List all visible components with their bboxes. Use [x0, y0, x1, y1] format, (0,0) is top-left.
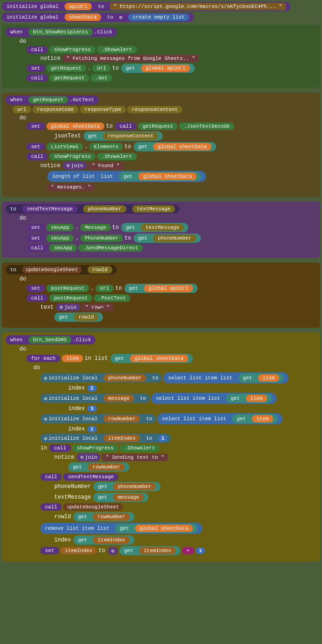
index1-row: index 2: [68, 385, 316, 391]
item-var[interactable]: item: [62, 355, 83, 362]
rowid-val[interactable]: rowId: [74, 313, 98, 321]
showprogress3[interactable]: showProgress: [72, 444, 118, 452]
phonenumber-param[interactable]: phoneNumber: [83, 205, 126, 213]
btn-sendsms[interactable]: btn_SendSMS: [28, 336, 71, 344]
call-sendtextmessage: call sendTextMessage: [40, 473, 316, 481]
get-msg-call: get message: [93, 493, 148, 502]
rownumber-val[interactable]: rowNumber: [88, 463, 124, 471]
responsecontent-param[interactable]: responseContent: [127, 106, 182, 113]
rownumber-get2[interactable]: rowNumber: [93, 513, 129, 520]
updategooglesheet-name[interactable]: updateGoogleSheet: [22, 266, 82, 273]
item1a-val[interactable]: item: [258, 374, 279, 382]
showalert1[interactable]: .ShowAlert: [97, 46, 137, 53]
smsapp3[interactable]: smsApp: [49, 244, 77, 252]
phone-prop[interactable]: PhoneNumber: [80, 234, 123, 242]
smsapp1[interactable]: smsApp: [46, 224, 74, 231]
num5: 1: [196, 547, 206, 554]
responsetype-param[interactable]: responseType: [80, 106, 126, 113]
when-header-sendsms: when btn_SendSMS .Click: [6, 335, 316, 345]
apiurl-value: " https://script.google.com/macros/s/AKf…: [110, 3, 286, 10]
get-kw2: get: [88, 133, 97, 139]
remove-label: remove list item list: [45, 526, 109, 531]
getrequest-json[interactable]: getRequest: [138, 123, 178, 130]
getrequest-component[interactable]: getRequest: [28, 96, 68, 104]
index-r-kw: index: [54, 537, 71, 543]
jsontextdecode[interactable]: .JsonTextDecode: [179, 123, 234, 130]
create-empty-list[interactable]: create empty list: [128, 13, 189, 21]
getrequest1[interactable]: getRequest: [46, 65, 86, 72]
sheetdata-var[interactable]: sheetData: [64, 13, 101, 21]
get-rownumber-row: get rowNumber: [68, 462, 316, 472]
showprogress2[interactable]: showProgress: [49, 153, 95, 160]
global-apiurl-val[interactable]: global apiUrl: [141, 65, 190, 72]
itemindex-val2[interactable]: itemIndex: [139, 547, 176, 554]
getrequest2[interactable]: getRequest: [49, 74, 89, 82]
init-label: initialize global: [6, 4, 58, 9]
global-sheetdata[interactable]: global sheetData: [46, 123, 105, 130]
global-sheetdata-remove[interactable]: global sheetData: [135, 525, 193, 532]
responsecontent-val[interactable]: responseContent: [103, 132, 158, 140]
itemindex-set[interactable]: itemIndex: [60, 547, 97, 554]
smsapp2[interactable]: smsApp: [46, 234, 74, 242]
get-kw4: get: [123, 174, 133, 179]
postrequest1[interactable]: postRequest: [46, 285, 90, 292]
select2-label: select list item list: [156, 396, 220, 401]
showprogress1[interactable]: showProgress: [49, 46, 95, 53]
itemindex-local[interactable]: itemIndex: [103, 435, 140, 442]
do-keyword: do: [19, 38, 26, 45]
rowid-label: rowId: [54, 514, 71, 520]
set-kw: set: [26, 123, 45, 130]
updategooglesheet-call[interactable]: updateGoogleSheet: [63, 503, 122, 511]
item3a-val[interactable]: item: [252, 415, 273, 423]
get-kw16: get: [78, 514, 87, 520]
phonenumber-local[interactable]: phoneNumber: [103, 374, 147, 382]
sendtextmessage-call[interactable]: sendTextMessage: [63, 473, 118, 481]
select1-label: select list item list: [168, 375, 232, 381]
get-method[interactable]: .Get: [90, 74, 112, 82]
showalert2[interactable]: .ShowAlert: [97, 153, 137, 160]
do-kw6: do: [33, 364, 316, 371]
phonenumber-get[interactable]: phoneNumber: [113, 483, 156, 490]
responsecode-param[interactable]: responseCode: [32, 106, 78, 113]
message-prop[interactable]: Message: [80, 224, 111, 231]
call-kw7: call: [40, 503, 62, 511]
sendmessagedirect[interactable]: .SendMessageDirect: [78, 244, 143, 252]
showalert3[interactable]: .ShowAlert: [120, 444, 160, 452]
posttext[interactable]: .PostText: [94, 294, 130, 302]
url-prop[interactable]: Url: [92, 65, 111, 72]
global-sheetdata-foreach[interactable]: global sheetData: [130, 355, 188, 362]
global-sheetdata3[interactable]: global sheetData: [138, 173, 197, 180]
textmessage-param[interactable]: textMessage: [132, 205, 175, 213]
when-header-showrecipients: when btn_ShowRecipients .Click: [6, 27, 316, 37]
postrequest2[interactable]: postRequest: [49, 294, 92, 302]
rowid-param[interactable]: rowId: [88, 266, 112, 273]
jsontext-kw: jsonText: [54, 133, 81, 139]
item2a-val[interactable]: item: [246, 395, 267, 402]
rownumber-local[interactable]: rowNumber: [103, 415, 140, 423]
notice-kw2: notice: [40, 163, 60, 169]
block-init-apiurl: initialize global apiUrl to " https://sc…: [2, 2, 320, 11]
to-kw9: to: [115, 285, 122, 292]
join-gear-icon3: [80, 454, 84, 460]
message-get[interactable]: message: [113, 494, 144, 501]
btn-show-recipients[interactable]: btn_ShowRecipients: [28, 28, 93, 36]
list-kw: list: [101, 174, 113, 179]
text-kw: text: [40, 304, 54, 311]
listview1[interactable]: ListView1: [46, 143, 83, 150]
url-prop2[interactable]: Url: [96, 285, 114, 292]
proc-update-google-sheet: to updateGoogleSheet rowId do set postRe…: [2, 262, 320, 328]
url-param[interactable]: url: [13, 106, 31, 113]
join-gear2: join: [56, 303, 80, 311]
textmessage-val[interactable]: textMessage: [141, 224, 184, 231]
phonenumber-val[interactable]: phoneNumber: [153, 234, 196, 242]
sendtextmessage-name[interactable]: sendTextMessage: [22, 205, 77, 213]
found-str: " Found ": [88, 162, 123, 169]
apiurl-var[interactable]: apiUrl: [64, 3, 92, 10]
message-local[interactable]: message: [103, 395, 134, 402]
elements-prop[interactable]: Elements: [89, 143, 123, 150]
index1-kw: index: [68, 385, 85, 391]
global-sheetdata2[interactable]: global sheetData: [153, 143, 212, 150]
itemindex-val[interactable]: itemIndex: [93, 536, 129, 544]
to-kw6: to: [112, 224, 119, 231]
global-apiurl2[interactable]: global apiUrl: [144, 285, 193, 292]
